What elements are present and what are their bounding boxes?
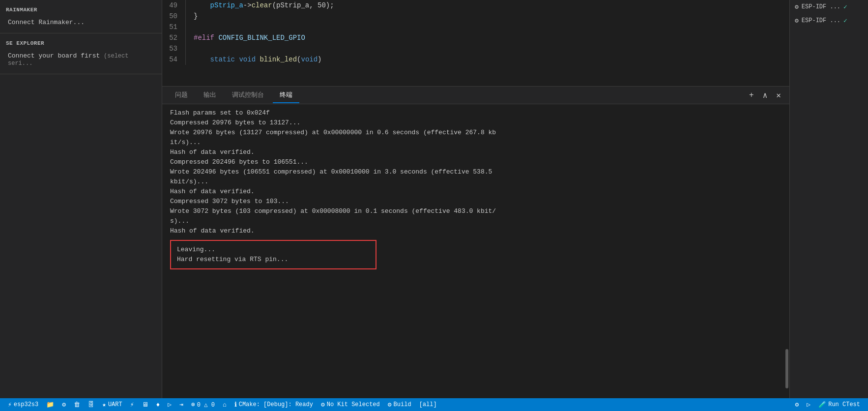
terminal-line-3: Wrote 20976 bytes (13127 compressed) at …: [170, 128, 777, 138]
editor-area: 49 pStrip_a->clear(pStrip_a, 50); 50 } 5…: [162, 0, 789, 398]
ctest-icon: 🧪: [818, 401, 826, 409]
status-settings[interactable]: ⚙: [58, 398, 70, 411]
status-run-ctest[interactable]: 🧪 Run CTest: [814, 398, 864, 411]
error-icon: ⊗: [191, 401, 195, 409]
status-no-kit[interactable]: ⚙ No Kit Selected: [317, 398, 384, 411]
no-kit-label: No Kit Selected: [327, 401, 380, 408]
status-upload[interactable]: ⇥: [175, 398, 187, 411]
panel-tabs: 问题 输出 调试控制台 终端 + ∧ ✕: [162, 87, 789, 104]
star-icon: ★: [102, 401, 106, 409]
device-explorer-title: SE EXPLORER: [0, 37, 162, 49]
status-run[interactable]: ▷: [164, 398, 175, 411]
gear-icon-1: ⚙: [795, 3, 799, 11]
esp-idf-item-2[interactable]: ⚙ ESP-IDF ... ✓: [790, 14, 868, 28]
code-view: 49 pStrip_a->clear(pStrip_a, 50); 50 } 5…: [162, 0, 789, 86]
gear-icon-2: ⚙: [795, 17, 799, 25]
play-icon: ▷: [807, 401, 810, 409]
upload-icon: ⇥: [179, 401, 183, 409]
connect-rainmaker[interactable]: Connect Rainmaker...: [0, 16, 162, 29]
status-folder[interactable]: 📁: [42, 398, 58, 411]
status-cmake[interactable]: ℹ CMake: [Debug]: Ready: [231, 398, 317, 411]
terminal-output[interactable]: Flash params set to 0x024f Compressed 20…: [162, 104, 784, 398]
all-label: [all]: [419, 401, 437, 408]
trash-icon: 🗑: [74, 401, 80, 409]
board-label: esp32s3: [14, 401, 38, 408]
status-flash[interactable]: ⚡: [126, 398, 138, 411]
flash-icon: ⚡: [130, 401, 134, 409]
terminal-line-11: Wrote 3072 bytes (103 compressed) at 0x0…: [170, 206, 777, 216]
build-icon: ⚙: [388, 401, 392, 409]
no-kit-icon: ⚙: [321, 401, 325, 409]
run-ctest-label: Run CTest: [828, 401, 860, 408]
home-icon: ⌂: [223, 401, 227, 409]
status-trash[interactable]: 🗑: [70, 398, 84, 411]
device-explorer-section: SE EXPLORER Connect your board first (se…: [0, 33, 162, 74]
terminal-scrollbar-thumb: [785, 349, 788, 388]
debug-settings-icon: ⚙: [795, 401, 799, 409]
terminal-line-6: Compressed 202496 bytes to 106551...: [170, 157, 777, 167]
terminal-line-4: it/s)...: [170, 138, 777, 147]
add-terminal-button[interactable]: +: [747, 90, 756, 101]
terminal-content-area: Flash params set to 0x024f Compressed 20…: [162, 104, 789, 398]
esp-idf-item-1[interactable]: ⚙ ESP-IDF ... ✓: [790, 0, 868, 14]
terminal-line-2: Compressed 20976 bytes to 13127...: [170, 118, 777, 128]
tab-output[interactable]: 输出: [197, 88, 223, 103]
run-icon: ▷: [168, 401, 172, 409]
tab-terminal[interactable]: 终端: [273, 88, 299, 103]
folder-icon: 📁: [46, 401, 54, 409]
cmake-icon: ℹ: [234, 401, 237, 409]
rainmaker-section: RAINMAKER Connect Rainmaker...: [0, 0, 162, 33]
status-board[interactable]: ⚡ esp32s3: [4, 398, 42, 411]
tab-problems[interactable]: 问题: [168, 88, 195, 103]
status-flame[interactable]: ♦: [152, 398, 164, 411]
right-panel: ⚙ ESP-IDF ... ✓ ⚙ ESP-IDF ... ✓: [789, 0, 868, 398]
code-line-54: 54 static void blink_led(void): [162, 54, 789, 65]
terminal-line-10: Compressed 3072 bytes to 103...: [170, 197, 777, 206]
cmake-label: CMake: [Debug]: Ready: [239, 401, 313, 408]
status-bar: ⚡ esp32s3 📁 ⚙ 🗑 🗄 ★ UART ⚡ 🖥 ♦ ▷ ⇥ ⊗ 0 △…: [0, 398, 868, 411]
code-line-49: 49 pStrip_a->clear(pStrip_a, 50);: [162, 0, 789, 11]
code-line-50: 50 }: [162, 11, 789, 22]
expand-panel-button[interactable]: ∧: [760, 89, 770, 101]
terminal-line-12: s)...: [170, 216, 777, 226]
terminal-line-8: kbit/s)...: [170, 177, 777, 187]
status-errors[interactable]: ⊗ 0 △ 0: [187, 398, 219, 411]
status-build[interactable]: ⚙ Build: [384, 398, 415, 411]
flame-icon: ♦: [156, 401, 160, 409]
esp-idf-label-2: ESP-IDF ...: [802, 17, 840, 24]
esp-idf-label-1: ESP-IDF ...: [802, 3, 840, 10]
code-line-52: 52 #elif CONFIG_BLINK_LED_GPIO: [162, 32, 789, 43]
tab-debug-console[interactable]: 调试控制台: [225, 88, 271, 103]
terminal-scrollbar[interactable]: [784, 104, 789, 398]
terminal-line-9: Hash of data verified.: [170, 187, 777, 197]
terminal-leaving: Leaving...: [177, 245, 370, 255]
terminal-line-1: Flash params set to 0x024f: [170, 108, 777, 118]
db-icon: 🗄: [88, 401, 94, 409]
terminal-reset: Hard resetting via RTS pin...: [177, 255, 370, 264]
terminal-line-7: Wrote 202496 bytes (106551 compressed) a…: [170, 167, 777, 177]
status-all[interactable]: [all]: [415, 398, 441, 411]
connect-board[interactable]: Connect your board first (select seri...: [0, 49, 162, 70]
monitor-icon: 🖥: [142, 401, 148, 409]
sidebar: RAINMAKER Connect Rainmaker... SE EXPLOR…: [0, 0, 162, 398]
board-icon: ⚡: [8, 401, 12, 409]
build-label: Build: [394, 401, 411, 408]
main-area: RAINMAKER Connect Rainmaker... SE EXPLOR…: [0, 0, 868, 398]
rainmaker-title: RAINMAKER: [0, 4, 162, 16]
settings-icon: ⚙: [62, 401, 66, 409]
uart-label: UART: [108, 401, 122, 408]
close-panel-button[interactable]: ✕: [774, 89, 783, 101]
errors-label: 0 △ 0: [197, 401, 215, 409]
status-play[interactable]: ▷: [803, 398, 814, 411]
status-home[interactable]: ⌂: [219, 398, 231, 411]
code-line-51: 51: [162, 22, 789, 32]
check-icon-2: ✓: [843, 17, 847, 25]
status-monitor[interactable]: 🖥: [138, 398, 152, 411]
terminal-line-5: Hash of data verified.: [170, 147, 777, 157]
status-db[interactable]: 🗄: [84, 398, 98, 411]
check-icon-1: ✓: [843, 3, 847, 11]
terminal-panel: 问题 输出 调试控制台 终端 + ∧ ✕ Flash params set to…: [162, 86, 789, 398]
status-uart[interactable]: ★ UART: [98, 398, 126, 411]
status-debug-settings[interactable]: ⚙: [791, 398, 803, 411]
terminal-line-13: Hash of data verified.: [170, 226, 777, 236]
